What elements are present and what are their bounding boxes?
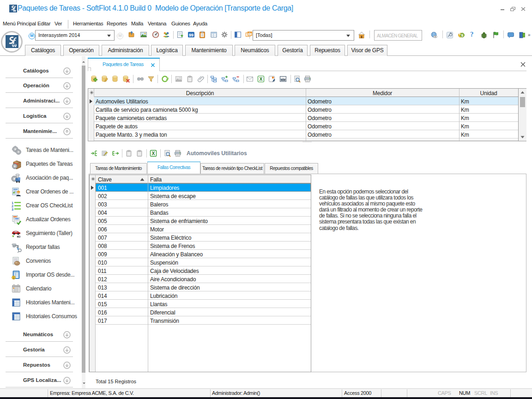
svg-text:€: € bbox=[459, 32, 461, 35]
svg-text:X: X bbox=[151, 151, 155, 156]
svg-text:X: X bbox=[259, 76, 262, 82]
svg-text:99: 99 bbox=[189, 33, 193, 37]
svg-text:$: $ bbox=[461, 34, 463, 37]
svg-text:TxT: TxT bbox=[281, 79, 285, 81]
svg-text:1: 1 bbox=[13, 276, 15, 279]
svg-text:3: 3 bbox=[12, 207, 13, 211]
